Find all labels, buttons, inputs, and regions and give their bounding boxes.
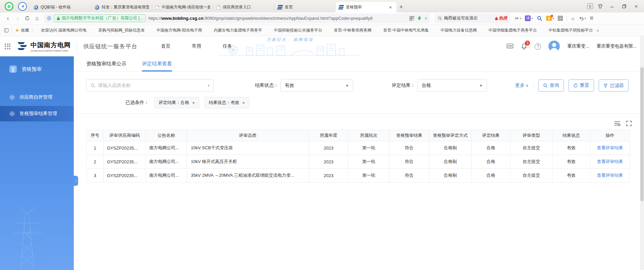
page-scrollbar[interactable]	[640, 36, 644, 270]
hot-search[interactable]: 热搜	[495, 15, 507, 21]
table-header-row: 序号 评审供应商编码 公告名称 评审品类 所属年度 所属轮次 资格预审结果 资格…	[87, 130, 630, 141]
user-name[interactable]: 重庆重变...	[567, 43, 589, 49]
filter-button[interactable]: 过滤器	[599, 79, 629, 92]
avatar[interactable]	[548, 41, 560, 52]
result-select[interactable]: 合格 ▼	[417, 79, 487, 92]
cell-notice-name: 南方电网公司...	[146, 169, 187, 182]
tab-count-badge[interactable]: 6	[587, 3, 593, 9]
screenshot-tool[interactable]: ✂▾	[515, 15, 521, 21]
bookmark-item[interactable]: 内蒙古电力集团电子商务平	[208, 28, 262, 33]
restore-button[interactable]	[619, 1, 629, 11]
status-select[interactable]: 有效 ▼	[280, 79, 353, 92]
browser-toolbar: ✂▾ 译▾ ¥▾ ☼ ▾ ≡	[515, 15, 593, 22]
browser-tab[interactable]: 资格预审 ×	[335, 2, 396, 12]
content-tab[interactable]: 评定结果查看	[142, 56, 172, 71]
bookmark-item[interactable]: 欢迎访问 国家电网公司电	[36, 28, 87, 33]
app-nav-item[interactable]: 任务	[223, 43, 232, 49]
col-header: 序号	[87, 130, 104, 141]
bookmark-item[interactable]: 中国电力设备信息网	[435, 28, 477, 33]
column-settings-icon[interactable]	[614, 120, 621, 126]
browser-tab[interactable]: 中国南方电网-供应链统一服务平 ×	[152, 2, 213, 12]
scrollbar-thumb[interactable]	[640, 67, 644, 201]
url-dropdown-icon[interactable]: ∨	[425, 16, 427, 20]
apps-grid-icon[interactable]	[558, 16, 563, 21]
bookmark-item[interactable]: 首页-中铁鲁班商务网	[328, 28, 372, 33]
night-mode-icon[interactable]: ☼	[571, 15, 575, 21]
browser-tab[interactable]: 转发：重庆重变电器有限责任公 ×	[91, 2, 152, 12]
wallet-tool[interactable]: ¥▾	[546, 16, 554, 21]
col-header: 评审品类	[187, 130, 309, 141]
category-search-select[interactable]: 请输入品类名称 ▾	[86, 79, 214, 92]
query-button[interactable]: 查询	[538, 79, 564, 92]
back-button[interactable]: ‹	[3, 14, 12, 23]
translate-tool[interactable]: 译▾	[525, 15, 533, 21]
sidebar-collapse-handle[interactable]: ‹	[74, 176, 78, 186]
results-table: 序号 评审供应商编码 公告名称 评审品类 所属年度 所属轮次 资格预审结果 资格…	[86, 130, 630, 182]
bookmarks-overflow-icon[interactable]: »	[597, 28, 599, 33]
app-nav-item[interactable]: 首页	[161, 43, 170, 49]
chip-label: 结果状态：有效	[209, 100, 239, 106]
browser-logo-icon[interactable]: e	[5, 2, 13, 11]
close-window-button[interactable]: ×	[631, 1, 641, 11]
chip-remove-icon[interactable]: ×	[192, 100, 195, 105]
tab-close-icon[interactable]: ×	[388, 5, 393, 10]
accelerate-icon[interactable]	[418, 16, 421, 21]
chip-remove-icon[interactable]: ×	[243, 100, 245, 105]
app-nav-item[interactable]: 常用	[192, 43, 201, 49]
cell-supplier-code: GYSZP20235...	[104, 169, 146, 182]
history-undo-tool[interactable]: ▾	[579, 16, 586, 21]
sidebar-item[interactable]: 资格预审结果管理	[0, 106, 74, 121]
qr-code-icon[interactable]	[410, 16, 414, 21]
bookmark-panel-icon[interactable]	[4, 28, 9, 33]
browser-tab[interactable]: 供应商登录入口 ×	[213, 2, 274, 12]
browser-tab[interactable]: 首页 ×	[274, 2, 335, 12]
reload-button[interactable]	[23, 14, 32, 23]
sidebar-item[interactable]: 供应商自评管理	[0, 90, 74, 105]
bookmark-favicon	[435, 28, 439, 32]
reset-button[interactable]: 重置	[569, 79, 594, 92]
browser-search-box[interactable]: 梅西被迫宅在酒店 热搜	[435, 14, 510, 23]
bookmark-item[interactable]: 中国华能集团电子商务平台	[483, 28, 537, 33]
view-result-link[interactable]: 查看评审结果	[597, 173, 623, 178]
cell-round: 第一轮	[348, 155, 389, 169]
bookmark-favicon	[208, 28, 212, 32]
bookmark-item[interactable]: 中铝集团电子招投标平台	[543, 28, 593, 33]
bookmark-item[interactable]: 中国南方电网-阳光电子商	[151, 28, 202, 33]
help-icon[interactable]: ?	[535, 43, 541, 50]
search-tool-icon[interactable]	[537, 15, 542, 21]
fullscreen-icon[interactable]	[626, 120, 632, 126]
more-filters-link[interactable]: 更多∨	[515, 83, 529, 89]
favorites-button[interactable]: ★收藏	[15, 28, 29, 33]
notification-bell-icon[interactable]: 5	[521, 43, 527, 50]
site-identity-pill[interactable]: 南方电网数字平台科技（广东）有限公司 [...	[54, 14, 146, 22]
col-header: 公告名称	[146, 130, 187, 141]
sidebar-item[interactable]: 资格预审	[0, 62, 74, 76]
navigator-icon[interactable]	[18, 2, 27, 11]
cell-index: 3	[87, 169, 104, 182]
view-result-link[interactable]: 查看评审结果	[597, 145, 623, 150]
bookmark-label: 采购与招标网_招标信息发	[98, 28, 145, 33]
view-result-link[interactable]: 查看评审结果	[597, 159, 623, 164]
user-company[interactable]: 重庆重变电器有限...	[597, 43, 637, 49]
cell-notice-name: 南方电网公司...	[146, 155, 187, 169]
home-button[interactable]: ⌂	[33, 14, 42, 23]
browser-tab[interactable]: QQ邮箱 - 收件箱 ×	[30, 2, 91, 12]
filter-row: 请输入品类名称 ▾ 结果状态： 有效 ▼ 评定结果： 合格 ▼ 更多∨ 查询 重…	[86, 79, 633, 92]
message-icon[interactable]	[506, 43, 514, 49]
url-text[interactable]: https://www.bidding.csg.cn:9090/gmp/stat…	[148, 16, 407, 21]
cell-result: 合格	[472, 155, 511, 169]
new-tab-button[interactable]: +	[396, 2, 406, 12]
flame-icon	[495, 16, 498, 20]
url-field[interactable]: 南方电网数字平台科技（广东）有限公司 [... https://www.bidd…	[44, 14, 430, 23]
menu-icon[interactable]: ≡	[590, 15, 593, 22]
content-tab[interactable]: 资格预审结果公示	[86, 56, 126, 71]
minimize-button[interactable]	[607, 1, 617, 11]
bookmark-item[interactable]: 采购与招标网_招标信息发	[93, 28, 145, 33]
theme-shirt-icon[interactable]	[595, 1, 605, 11]
bookmark-item[interactable]: 首页-中国中铁电气化局集	[378, 28, 429, 33]
app-launcher-icon[interactable]	[5, 44, 10, 49]
chip-label: 评定结果：合格	[159, 100, 189, 106]
app-header: 中国南方电网 CHINA SOUTHERN POWER GRID 供应链统一服务…	[0, 36, 644, 56]
bookmark-items: 欢迎访问 国家电网公司电 采购与招标网_招标信息发 中国南方电网-阳光电子商 内…	[36, 28, 593, 33]
bookmark-item[interactable]: 中国招标投标公共服务平台	[268, 28, 322, 33]
